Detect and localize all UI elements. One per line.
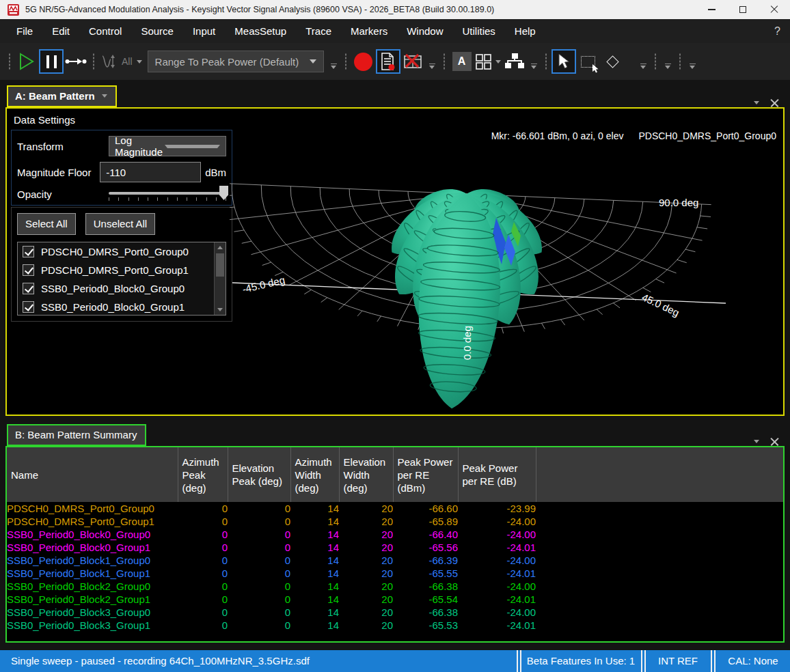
menu-item[interactable]: Trace <box>296 19 341 43</box>
opacity-slider[interactable] <box>109 188 226 201</box>
column-header[interactable]: Peak Power per RE (dBm) <box>393 447 458 502</box>
single-sweep-button[interactable] <box>64 49 88 74</box>
cell-filler <box>536 554 783 567</box>
transform-dropdown[interactable]: Log Magnitude <box>109 136 226 156</box>
collapse-panel-a-button[interactable] <box>754 101 759 104</box>
column-header[interactable]: Azimuth Width (deg) <box>290 447 339 502</box>
cell-name: SSB0_Period0_Block0_Group0 <box>7 528 178 541</box>
close-button[interactable] <box>759 0 790 19</box>
chevron-down-icon[interactable] <box>137 60 142 64</box>
trace-listbox: PDSCH0_DMRS_Port0_Group0 PDSCH0_DMRS_Por… <box>17 242 226 316</box>
toolbar-grip-icon[interactable] <box>344 53 348 70</box>
zoom-select-tool-button[interactable] <box>576 49 601 74</box>
reference-status[interactable]: INT REF <box>646 650 709 672</box>
restart-button[interactable] <box>14 49 39 74</box>
menu-item[interactable]: Edit <box>42 19 79 43</box>
table-row[interactable]: SSB0_Period0_Block2_Group1 0 0 14 20 -65… <box>7 593 783 606</box>
menu-item[interactable]: Input <box>183 19 225 43</box>
toolbar-overflow-button[interactable] <box>640 64 646 69</box>
calibration-status[interactable]: CAL: None <box>716 650 790 672</box>
maximize-button[interactable] <box>727 0 759 19</box>
close-recording-button[interactable] <box>400 49 425 74</box>
trace-checkbox[interactable] <box>23 283 34 294</box>
toolbar-grip-icon[interactable] <box>8 53 11 70</box>
scroll-up-button[interactable] <box>215 242 226 253</box>
menu-item[interactable]: File <box>7 19 42 43</box>
table-row[interactable]: SSB0_Period0_Block0_Group0 0 0 14 20 -66… <box>7 528 783 541</box>
trace-checkbox[interactable] <box>23 264 34 276</box>
cell-azimuth-peak: 0 <box>178 515 228 528</box>
help-icon[interactable]: ? <box>774 25 780 38</box>
toolbar-grip-icon[interactable] <box>92 53 95 70</box>
table-row[interactable]: SSB0_Period0_Block0_Group1 0 0 14 20 -65… <box>7 541 783 554</box>
menu-item[interactable]: Control <box>79 19 131 43</box>
column-header[interactable]: Elevation Width (deg) <box>339 447 393 502</box>
measurement-setup-diagram-button[interactable] <box>502 49 527 74</box>
toolbar-overflow-button[interactable] <box>331 64 337 69</box>
toolbar-grip-icon[interactable] <box>545 53 548 70</box>
annotation-button[interactable]: A <box>450 49 474 74</box>
select-all-button[interactable]: Select All <box>17 213 76 235</box>
menu-item[interactable]: MeasSetup <box>225 19 296 43</box>
table-row[interactable]: PDSCH0_DMRS_Port0_Group0 0 0 14 20 -66.6… <box>7 502 783 515</box>
beam-pattern-3d-plot[interactable]: 90.0 deg -45.0 deg 45.0 deg 0.0 deg <box>230 169 780 415</box>
marker-tool-button[interactable] <box>601 49 625 74</box>
cell-peak-power-dbm: -66.38 <box>393 606 458 619</box>
table-row[interactable]: PDSCH0_DMRS_Port0_Group1 0 0 14 20 -65.8… <box>7 515 783 528</box>
toolbar-grip-icon[interactable] <box>443 53 446 70</box>
record-button[interactable] <box>351 49 376 74</box>
menu-item[interactable]: Utilities <box>453 19 505 43</box>
trace-list-item[interactable]: PDSCH0_DMRS_Port0_Group0 <box>18 242 214 261</box>
tab-beam-pattern[interactable]: A: Beam Pattern <box>7 85 117 107</box>
column-header[interactable]: Peak Power per RE (dB) <box>458 447 536 502</box>
pointer-tool-button[interactable] <box>551 49 576 74</box>
toolbar-overflow-button[interactable] <box>665 64 671 69</box>
table-row[interactable]: SSB0_Period0_Block2_Group0 0 0 14 20 -66… <box>7 580 783 593</box>
autorange-button[interactable]: All <box>98 53 145 70</box>
trace-checkbox[interactable] <box>23 246 34 257</box>
menu-item[interactable]: Window <box>397 19 452 43</box>
beta-features-status[interactable]: Beta Features In Use: 1 <box>522 650 640 672</box>
trace-list-scrollbar[interactable] <box>214 242 226 315</box>
menu-item[interactable]: Help <box>505 19 545 43</box>
toolbar-overflow-button[interactable] <box>429 64 435 69</box>
cell-azimuth-peak: 0 <box>178 593 228 606</box>
toolbar-grip-icon[interactable] <box>679 53 682 70</box>
cell-elevation-width: 20 <box>339 515 393 528</box>
cell-filler <box>536 593 783 606</box>
app-icon <box>8 4 19 16</box>
column-header[interactable]: Elevation Peak (deg) <box>228 447 290 502</box>
menu-item[interactable]: Markers <box>341 19 397 43</box>
toolbar-overflow-button[interactable] <box>690 64 696 69</box>
table-row[interactable]: SSB0_Period0_Block3_Group0 0 0 14 20 -66… <box>7 606 783 619</box>
toolbar-overflow-button[interactable] <box>531 64 537 69</box>
scrollbar-thumb[interactable] <box>216 253 224 277</box>
close-recording-icon <box>403 53 423 70</box>
close-panel-b-button[interactable] <box>770 437 779 446</box>
trace-list-item[interactable]: PDSCH0_DMRS_Port0_Group1 <box>18 261 214 279</box>
pause-button[interactable] <box>39 49 64 74</box>
scroll-down-button[interactable] <box>215 305 226 315</box>
status-divider <box>641 650 642 672</box>
trace-checkbox[interactable] <box>23 301 34 313</box>
cell-peak-power-dbm: -65.54 <box>393 593 458 606</box>
menu-item[interactable]: Source <box>131 19 183 43</box>
magnitude-floor-input[interactable] <box>100 162 201 182</box>
trace-list-item[interactable]: SSB0_Period0_Block0_Group1 <box>18 298 214 316</box>
range-preset-dropdown[interactable]: Range To Peak Power (Default) <box>148 51 324 72</box>
trace-list-item[interactable]: SSB0_Period0_Block0_Group0 <box>18 279 214 298</box>
recording-playback-button[interactable] <box>376 49 400 74</box>
table-row[interactable]: SSB0_Period0_Block3_Group1 0 0 14 20 -65… <box>7 619 783 632</box>
unselect-all-button[interactable]: Unselect All <box>85 213 155 235</box>
toolbar-grip-icon[interactable] <box>654 53 657 70</box>
tab-beam-pattern-summary[interactable]: B: Beam Pattern Summary <box>7 424 146 446</box>
collapse-panel-b-button[interactable] <box>754 440 759 443</box>
cell-azimuth-peak: 0 <box>178 606 228 619</box>
column-header[interactable]: Name <box>7 447 178 502</box>
column-header[interactable]: Azimuth Peak (deg) <box>178 447 228 502</box>
window-layout-button[interactable] <box>474 49 502 74</box>
minimize-button[interactable] <box>696 0 727 19</box>
table-row[interactable]: SSB0_Period0_Block1_Group1 0 0 14 20 -65… <box>7 567 783 580</box>
table-row[interactable]: SSB0_Period0_Block1_Group0 0 0 14 20 -66… <box>7 554 783 567</box>
close-panel-a-button[interactable] <box>770 98 779 107</box>
